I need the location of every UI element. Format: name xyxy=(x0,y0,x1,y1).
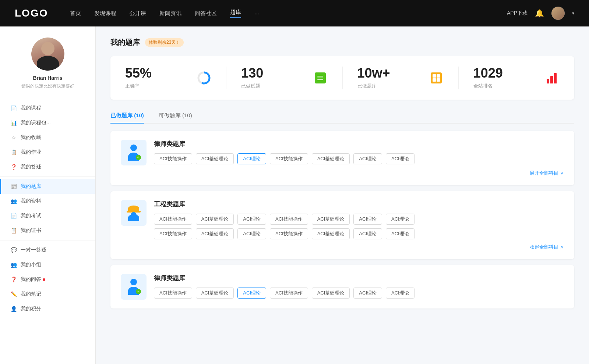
list-line-3 xyxy=(317,79,323,80)
sidebar-item-points[interactable]: 👤 我的积分 xyxy=(0,301,95,316)
eng-tag-1-5[interactable]: ACI基础理论 xyxy=(312,214,350,225)
eng-tag-1-6[interactable]: ACI理论 xyxy=(353,214,382,225)
stat-accuracy: 55% 正确率 xyxy=(110,67,226,89)
tag-1-6[interactable]: ACI理论 xyxy=(353,153,382,164)
profile-avatar xyxy=(31,38,64,71)
stat-banks-done-label: 已做题库 xyxy=(357,83,429,89)
tag-1-1[interactable]: ACI技能操作 xyxy=(154,153,192,164)
expand-link-1[interactable]: 展开全部科目 ∨ xyxy=(530,170,564,176)
certificate-icon: 📋 xyxy=(10,227,17,234)
eng-tag-2-6[interactable]: ACI理论 xyxy=(353,228,382,239)
eng-tag-2-4[interactable]: ACI技能操作 xyxy=(270,228,308,239)
tag-1-7[interactable]: ACI理论 xyxy=(386,153,415,164)
points-icon: 👤 xyxy=(10,306,17,312)
sidebar-item-course-package[interactable]: 📊 我的课程包... xyxy=(0,115,95,130)
user-dropdown-arrow-icon[interactable]: ▾ xyxy=(572,11,574,16)
nav-news[interactable]: 新闻资讯 xyxy=(159,10,181,17)
lawyer-icon: ✓ xyxy=(126,144,142,161)
question-bank-icon: 📰 xyxy=(10,183,17,190)
favorites-icon: ☆ xyxy=(10,134,17,141)
qa-badge-dot xyxy=(43,278,45,281)
bar-2 xyxy=(550,76,553,83)
tag-1-5[interactable]: ACI基础理论 xyxy=(312,153,350,164)
stat-questions-done-label: 已做试题 xyxy=(241,83,313,89)
sidebar-item-certificate[interactable]: 📋 我的证书 xyxy=(0,223,95,238)
tag-3-7[interactable]: ACI理论 xyxy=(386,288,415,299)
profile-name: Brian Harris xyxy=(33,75,62,81)
eng-tag-1-2[interactable]: ACI基础理论 xyxy=(196,214,234,225)
nav-more[interactable]: ··· xyxy=(254,10,259,17)
nav-question-bank[interactable]: 题库 xyxy=(230,9,241,18)
nav-menu: 首页 发现课程 公开课 新闻资讯 问答社区 题库 ··· xyxy=(70,9,507,18)
homework-icon: 📋 xyxy=(10,149,17,156)
sidebar-item-favorites[interactable]: ☆ 我的收藏 xyxy=(0,130,95,145)
qbank-card-engineer-header: 工程类题库 ACI技能操作 ACI基础理论 ACI理论 ACI技能操作 ACI基… xyxy=(121,200,564,239)
red-bar-chart-icon xyxy=(547,72,558,83)
logo[interactable]: LOGO xyxy=(15,7,48,19)
grid-cell-4 xyxy=(437,78,440,82)
my-qa-icon: ❓ xyxy=(10,276,17,283)
stat-banks-done-number: 10w+ xyxy=(357,67,429,80)
sidebar-item-my-course[interactable]: 📄 我的课程 xyxy=(0,101,95,115)
eng-tag-1-4[interactable]: ACI技能操作 xyxy=(270,214,308,225)
tab-available-banks[interactable]: 可做题库 (10) xyxy=(159,108,192,123)
notes-icon: ✏️ xyxy=(10,291,17,297)
sidebar-item-qa[interactable]: ❓ 我的答疑 xyxy=(0,160,95,174)
tag-3-6[interactable]: ACI理论 xyxy=(353,288,382,299)
eng-tag-2-2[interactable]: ACI基础理论 xyxy=(196,228,234,239)
bar-3 xyxy=(554,73,557,83)
eng-tag-2-3[interactable]: ACI理论 xyxy=(237,228,266,239)
avatar-image xyxy=(551,7,565,20)
stat-banks-done-wrap: 10w+ 已做题库 xyxy=(357,67,429,89)
tag-1-2[interactable]: ACI基础理论 xyxy=(196,153,234,164)
stat-questions-done-icon xyxy=(313,71,328,85)
stats-row: 55% 正确率 130 已做试题 xyxy=(110,56,574,100)
sidebar-item-groups[interactable]: 👥 我的小组 xyxy=(0,257,95,272)
sidebar-profile: Brian Harris 错误的决定比没有决定要好 xyxy=(0,38,95,97)
sidebar-item-materials[interactable]: 👥 我的资料 xyxy=(0,194,95,208)
sidebar-item-homework[interactable]: 📋 我的作业 xyxy=(0,145,95,160)
tab-done-banks[interactable]: 已做题库 (10) xyxy=(110,108,144,123)
tag-3-4[interactable]: ACI技能操作 xyxy=(270,288,308,299)
engineer-body xyxy=(128,214,139,221)
eng-tag-2-5[interactable]: ACI基础理论 xyxy=(312,228,350,239)
nav-qa[interactable]: 问答社区 xyxy=(195,10,217,17)
nav-discover[interactable]: 发现课程 xyxy=(94,10,116,17)
tag-3-3[interactable]: ACI理论 xyxy=(237,288,266,299)
lawyer-check-icon: ✓ xyxy=(136,155,141,160)
sidebar-item-my-qa[interactable]: ❓ 我的问答 xyxy=(0,272,95,287)
tag-3-2[interactable]: ACI基础理论 xyxy=(196,288,234,299)
page-layout: Brian Harris 错误的决定比没有决定要好 📄 我的课程 📊 我的课程包… xyxy=(0,26,589,364)
stat-accuracy-number: 55% xyxy=(125,67,197,80)
eng-tag-1-3[interactable]: ACI理论 xyxy=(237,214,266,225)
qbank-engineer-tags-row2: ACI技能操作 ACI基础理论 ACI理论 ACI技能操作 ACI基础理论 AC… xyxy=(154,228,564,239)
sidebar-item-notes[interactable]: ✏️ 我的笔记 xyxy=(0,287,95,301)
engineer-icon xyxy=(126,205,142,221)
app-download-button[interactable]: APP下载 xyxy=(507,10,528,17)
tag-1-3[interactable]: ACI理论 xyxy=(237,153,266,164)
my-course-icon: 📄 xyxy=(10,105,17,111)
qbank-lawyer-2-tags: ACI技能操作 ACI基础理论 ACI理论 ACI技能操作 ACI基础理论 AC… xyxy=(154,288,564,299)
tag-1-4[interactable]: ACI技能操作 xyxy=(270,153,308,164)
sidebar-item-one-on-one[interactable]: 💬 一对一答疑 xyxy=(0,243,95,257)
sidebar-item-exam[interactable]: 📄 我的考试 xyxy=(0,208,95,223)
eng-tag-2-1[interactable]: ACI技能操作 xyxy=(154,228,192,239)
qbank-lawyer-2-title: 律师类题库 xyxy=(154,274,564,282)
avatar[interactable] xyxy=(551,7,565,20)
green-list-icon xyxy=(315,72,326,83)
eng-tag-2-7[interactable]: ACI理论 xyxy=(386,228,415,239)
lawyer-check-icon-2: ✓ xyxy=(136,289,141,294)
sidebar-item-question-bank[interactable]: 📰 我的题库 xyxy=(0,179,95,194)
nav-open-course[interactable]: 公开课 xyxy=(130,10,146,17)
nav-home[interactable]: 首页 xyxy=(70,10,81,17)
tag-3-1[interactable]: ACI技能操作 xyxy=(154,288,192,299)
qbank-lawyer-1-info: 律师类题库 ACI技能操作 ACI基础理论 ACI理论 ACI技能操作 ACI基… xyxy=(154,140,564,164)
tag-3-5[interactable]: ACI基础理论 xyxy=(312,288,350,299)
orange-grid-icon xyxy=(431,72,442,83)
sidebar-menu: 📄 我的课程 📊 我的课程包... ☆ 我的收藏 📋 我的作业 ❓ 我的答疑 � xyxy=(0,101,95,316)
eng-tag-1-1[interactable]: ACI技能操作 xyxy=(154,214,192,225)
tabs-row: 已做题库 (10) 可做题库 (10) xyxy=(110,108,574,124)
eng-tag-1-7[interactable]: ACI理论 xyxy=(386,214,415,225)
collapse-link-1[interactable]: 收起全部科目 ∧ xyxy=(530,244,564,250)
notification-bell-icon[interactable]: 🔔 xyxy=(535,9,544,18)
